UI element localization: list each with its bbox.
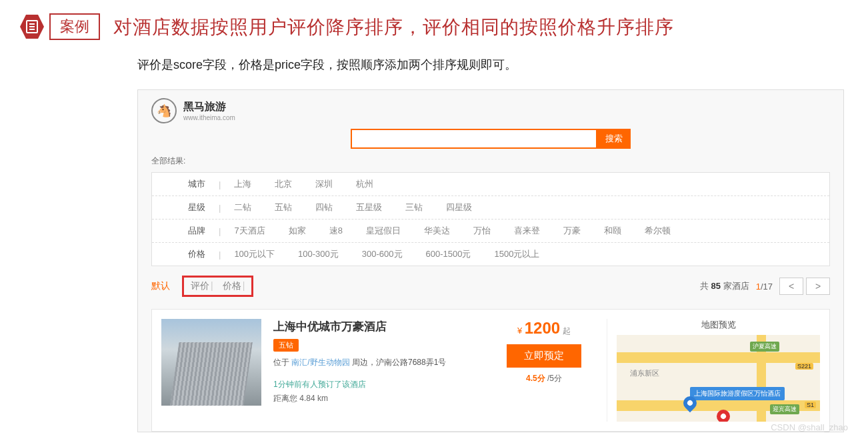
filter-city-item[interactable]: 杭州: [356, 178, 373, 190]
map-title: 地图预览: [617, 319, 820, 331]
filter-brand-item[interactable]: 万怡: [473, 225, 491, 237]
site-domain: www.itheima.com: [183, 114, 235, 121]
map-sign-s221: S221: [795, 363, 813, 370]
filter-brand-item[interactable]: 皇冠假日: [366, 225, 401, 237]
map-preview[interactable]: 浦东新区 沪夏高速 迎宾高速 S221 S1 上海国际旅游度假区万怡酒店: [617, 335, 820, 422]
map-sign-s1: S1: [805, 402, 816, 408]
filter-brand-item[interactable]: 万豪: [563, 225, 581, 237]
sort-highlight-box: 评价| 价格|: [182, 276, 253, 297]
map-district-label: 浦东新区: [630, 368, 659, 378]
filter-star-item[interactable]: 三钻: [405, 201, 423, 213]
hotel-image[interactable]: [161, 319, 261, 406]
page-title: 对酒店数据按照用户评价降序排序，评价相同的按照价格升序排序: [113, 15, 674, 40]
search-button[interactable]: 搜索: [597, 129, 631, 149]
filter-price-label: 价格: [152, 248, 219, 260]
hotel-rating: 4.5分 /5分: [507, 373, 581, 384]
all-results-label: 全部结果:: [151, 155, 830, 167]
watermark: CSDN @shall_zhao: [771, 422, 848, 432]
hotel-location: 位于 南汇/野生动物园 周边，沪南公路7688弄1号: [273, 357, 481, 368]
filter-brand-item[interactable]: 如家: [289, 225, 306, 237]
site-logo-icon: 🐴: [151, 98, 177, 123]
map-road-huxia: 沪夏高速: [750, 342, 779, 352]
filter-city-item[interactable]: 深圳: [315, 178, 333, 190]
hotel-name[interactable]: 上海中优城市万豪酒店: [273, 319, 481, 334]
result-count: 共 85 家酒店: [700, 280, 749, 292]
app-panel: 🐴 黑马旅游 www.itheima.com 搜索 全部结果: 城市 | 上海 …: [137, 89, 844, 432]
filter-panel: 城市 | 上海 北京 深圳 杭州 星级 | 二钻 五钻 四钻 五星级 三钻 四星…: [151, 172, 830, 266]
filter-brand-item[interactable]: 华美达: [424, 225, 450, 237]
book-button[interactable]: 立即预定: [507, 344, 581, 368]
page-indicator: 1/17: [756, 282, 773, 292]
search-input[interactable]: [351, 129, 597, 149]
recent-booking: 1分钟前有人预订了该酒店: [273, 379, 481, 390]
sort-by-rating[interactable]: 评价|: [191, 280, 213, 292]
hotel-distance: 距离您 4.84 km: [273, 393, 481, 404]
filter-brand-item[interactable]: 喜来登: [514, 225, 540, 237]
filter-brand-item[interactable]: 7天酒店: [234, 225, 265, 237]
filter-price-item[interactable]: 1500元以上: [494, 248, 539, 260]
hotel-price: ¥ 1200起: [507, 319, 581, 338]
next-page-button[interactable]: >: [806, 278, 830, 295]
filter-star-item[interactable]: 五钻: [275, 201, 292, 213]
case-hexagon-icon: [20, 15, 44, 39]
filter-star-item[interactable]: 五星级: [356, 201, 382, 213]
case-badge: 案例: [49, 13, 100, 40]
map-road-yingbin: 迎宾高速: [770, 404, 799, 414]
site-name: 黑马旅游: [183, 100, 235, 114]
filter-city-item[interactable]: 北京: [275, 178, 292, 190]
filter-star-label: 星级: [152, 201, 219, 213]
filter-price-item[interactable]: 100-300元: [298, 248, 339, 260]
filter-price-item[interactable]: 300-600元: [362, 248, 403, 260]
map-popup-label: 上海国际旅游度假区万怡酒店: [690, 387, 785, 400]
sort-default[interactable]: 默认: [151, 280, 170, 292]
hotel-card: 上海中优城市万豪酒店 五钻 位于 南汇/野生动物园 周边，沪南公路7688弄1号…: [151, 309, 830, 432]
filter-star-item[interactable]: 四星级: [446, 201, 472, 213]
filter-price-item[interactable]: 600-1500元: [426, 248, 471, 260]
prev-page-button[interactable]: <: [779, 278, 803, 295]
filter-brand-item[interactable]: 希尔顿: [645, 225, 671, 237]
filter-city-label: 城市: [152, 178, 219, 190]
filter-brand-item[interactable]: 和颐: [604, 225, 621, 237]
sort-by-price[interactable]: 价格|: [223, 280, 245, 292]
filter-city-item[interactable]: 上海: [234, 178, 251, 190]
filter-star-item[interactable]: 四钻: [315, 201, 333, 213]
filter-price-item[interactable]: 100元以下: [234, 248, 275, 260]
filter-brand-label: 品牌: [152, 225, 219, 237]
filter-brand-item[interactable]: 速8: [329, 225, 343, 237]
hotel-star-badge: 五钻: [273, 339, 299, 352]
page-subtitle: 评价是score字段，价格是price字段，按照顺序添加两个排序规则即可。: [137, 57, 848, 73]
filter-star-item[interactable]: 二钻: [234, 201, 251, 213]
